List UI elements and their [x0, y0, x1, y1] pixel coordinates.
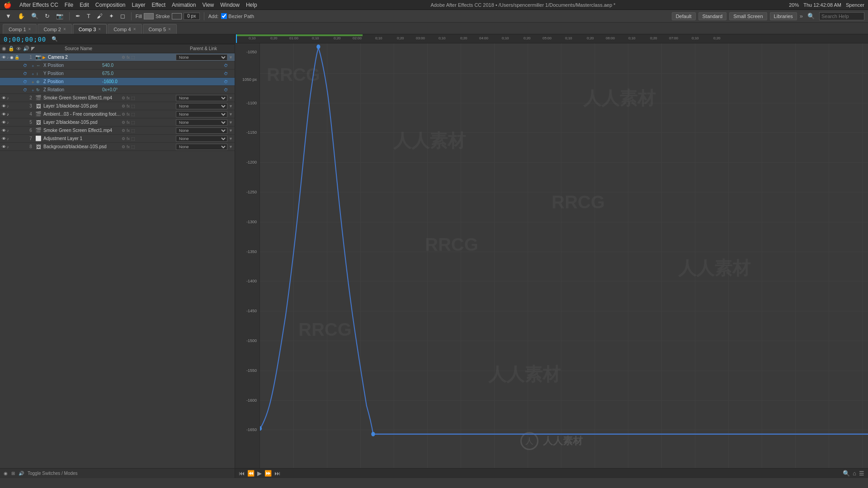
layer-row-blackbear2[interactable]: 👁 ♪ 5 🖼 Layer 2/blackbear-10S.psd ⚙ fx ⬚…: [0, 118, 235, 127]
workspace-overflow[interactable]: »: [800, 13, 803, 19]
shape-tool[interactable]: ◻: [118, 12, 127, 20]
stroke-width-input[interactable]: [184, 13, 200, 20]
lock-layer-icon[interactable]: 🔒: [14, 55, 19, 60]
sw4-1[interactable]: ⚙: [122, 112, 125, 117]
tab-comp4-close[interactable]: ×: [133, 27, 136, 32]
zpos-stopwatch[interactable]: ⏱: [224, 80, 233, 84]
menu-animation[interactable]: Animation: [172, 2, 196, 8]
aud-4[interactable]: ♪: [7, 112, 9, 117]
keyframe-end-1[interactable]: [371, 432, 375, 436]
tab-comp4[interactable]: Comp 4 ×: [108, 24, 142, 34]
stroke-color-swatch[interactable]: [172, 13, 182, 19]
vis-3[interactable]: 👁: [2, 104, 6, 108]
sw6-fx[interactable]: fx: [127, 128, 130, 133]
timecode[interactable]: 0;00;00;00: [4, 36, 46, 43]
layer-row-camera2[interactable]: 👁 ♪ ◉ 🔒 1 📷 ▶ Camera 2 ⚙ fx ⬚ None: [0, 53, 235, 61]
sw5-fx[interactable]: fx: [127, 120, 130, 125]
bezier-checkbox[interactable]: [221, 13, 227, 19]
sw1[interactable]: ⚙: [122, 55, 125, 60]
vis-8[interactable]: 👁: [2, 145, 6, 149]
sw2-1[interactable]: ⚙: [122, 96, 125, 100]
vis-6[interactable]: 👁: [2, 128, 6, 133]
menu-ae[interactable]: After Effects CC: [19, 2, 58, 8]
sw5-2[interactable]: ⬚: [131, 120, 135, 125]
xpos-stopwatch[interactable]: ⏱: [224, 63, 233, 68]
keyframe-peak[interactable]: [316, 45, 320, 49]
parent-arrow-5[interactable]: ▼: [229, 120, 233, 125]
sw8-2[interactable]: ⬚: [131, 145, 135, 149]
layer-row-smoke1[interactable]: 👁 ♪ 2 🎬 Smoke Green Screen Effect1.mp4 ⚙…: [0, 94, 235, 102]
graph-prev-frame[interactable]: ⏪: [247, 470, 255, 477]
sw4-2[interactable]: ⬚: [131, 112, 135, 117]
workspace-libraries[interactable]: Libraries: [770, 12, 797, 20]
menu-help[interactable]: Help: [246, 2, 257, 8]
timeline-ruler[interactable]: 0;10 0;20 01:00 0;10 0;20 02:00 0;10 0;2…: [235, 34, 868, 43]
aud-smoke1[interactable]: ♪: [7, 96, 9, 100]
menu-layer[interactable]: Layer: [132, 2, 146, 8]
apple-menu[interactable]: 🍎: [4, 1, 11, 9]
fill-color-swatch[interactable]: [144, 13, 154, 19]
menu-edit[interactable]: Edit: [80, 2, 89, 8]
layer-row-adjustment[interactable]: 👁 ♪ 7 ⬜ Adjustment Layer 1 ⚙ fx ⬚ None ▼: [0, 135, 235, 143]
toggle-switches-label[interactable]: Toggle Switches / Modes: [28, 471, 78, 476]
hide-icon[interactable]: 👁: [16, 46, 21, 52]
ypos-stopwatch[interactable]: ⏱: [224, 71, 233, 76]
prop-stopwatch-zrot[interactable]: ⏱: [18, 88, 32, 92]
graph-area[interactable]: -1050 1050 px -1100 -1150 -1200 -1250 -1…: [235, 43, 868, 468]
prop-row-ypos[interactable]: ⏱ ⬦ ↕ Y Position 675.0 ⏱: [0, 70, 235, 78]
search-button[interactable]: 🔍: [806, 12, 816, 20]
parent-arrow-8[interactable]: ▼: [229, 145, 233, 149]
aud-5[interactable]: ♪: [7, 120, 9, 125]
timecode-search[interactable]: 🔍: [50, 35, 60, 43]
workspace-small-screen[interactable]: Small Screen: [729, 12, 767, 20]
tab-comp5-close[interactable]: ×: [168, 27, 171, 32]
layer-row-ambient[interactable]: 👁 ♪ 4 🎬 Ambient...03 - Free compositing …: [0, 110, 235, 118]
collapse-icon[interactable]: ◤: [31, 46, 35, 52]
tab-comp5[interactable]: Comp 5 ×: [143, 24, 177, 34]
menu-view[interactable]: View: [202, 2, 214, 8]
vis-5[interactable]: 👁: [2, 120, 6, 125]
lock-icon[interactable]: 🔒: [8, 46, 14, 52]
sw7-1[interactable]: ⚙: [122, 136, 125, 141]
prop-value-zpos[interactable]: -1600.0: [102, 79, 118, 84]
rotate-tool[interactable]: ↻: [43, 12, 52, 20]
prop-row-zrot[interactable]: ⏱ ⬦ ↻ Z Rotation 0x+0.0° ⏱: [0, 86, 235, 94]
parent-select-7[interactable]: None: [176, 136, 227, 142]
workspace-default[interactable]: Default: [672, 12, 696, 20]
sw3-2[interactable]: ⬚: [131, 104, 135, 108]
vis-smoke1[interactable]: 👁: [2, 96, 6, 100]
sw6-2[interactable]: ⬚: [131, 128, 135, 133]
hand-tool[interactable]: ✋: [16, 12, 27, 20]
playhead[interactable]: [236, 34, 237, 43]
graph-home[interactable]: ⌂: [853, 470, 856, 477]
graph-play-btn[interactable]: ⏮: [239, 470, 245, 477]
tab-comp1[interactable]: Comp 1 ×: [3, 24, 37, 34]
parent-arrow-7[interactable]: ▼: [229, 136, 233, 141]
pen-tool[interactable]: ✒: [74, 12, 82, 20]
menu-composition[interactable]: Composition: [95, 2, 126, 8]
parent-select-2[interactable]: None: [176, 95, 227, 101]
parent-select-5[interactable]: None: [176, 119, 227, 126]
graph-next-frame[interactable]: ⏩: [264, 470, 272, 477]
sw8-fx[interactable]: fx: [127, 145, 130, 149]
sw3[interactable]: ⬚: [131, 55, 135, 60]
parent-select-8[interactable]: None: [176, 144, 227, 150]
vis-4[interactable]: 👁: [2, 112, 6, 117]
sw2-2[interactable]: ⬚: [131, 96, 135, 100]
tab-comp2-close[interactable]: ×: [63, 27, 66, 32]
sw2-fx[interactable]: fx: [127, 96, 130, 100]
graph-settings[interactable]: ☰: [859, 470, 864, 477]
vis-7[interactable]: 👁: [2, 136, 6, 141]
parent-arrow-6[interactable]: ▼: [229, 128, 233, 133]
tab-comp2[interactable]: Comp 2 ×: [38, 24, 71, 34]
visibility-icon[interactable]: 👁: [2, 55, 6, 60]
menu-window[interactable]: Window: [220, 2, 240, 8]
bezier-path-option[interactable]: Bezier Path: [221, 13, 254, 19]
parent-arrow-2[interactable]: ▼: [229, 96, 233, 100]
parent-arrow-4[interactable]: ▼: [229, 112, 233, 117]
layer-row-background[interactable]: 👁 ♪ 8 🖼 Background/blackbear-10S.psd ⚙ f…: [0, 143, 235, 151]
solo-layer-icon[interactable]: ◉: [10, 55, 14, 60]
prop-stopwatch-zpos[interactable]: ⏱: [18, 80, 32, 84]
aud-8[interactable]: ♪: [7, 145, 9, 149]
workspace-standard[interactable]: Standard: [698, 12, 727, 20]
